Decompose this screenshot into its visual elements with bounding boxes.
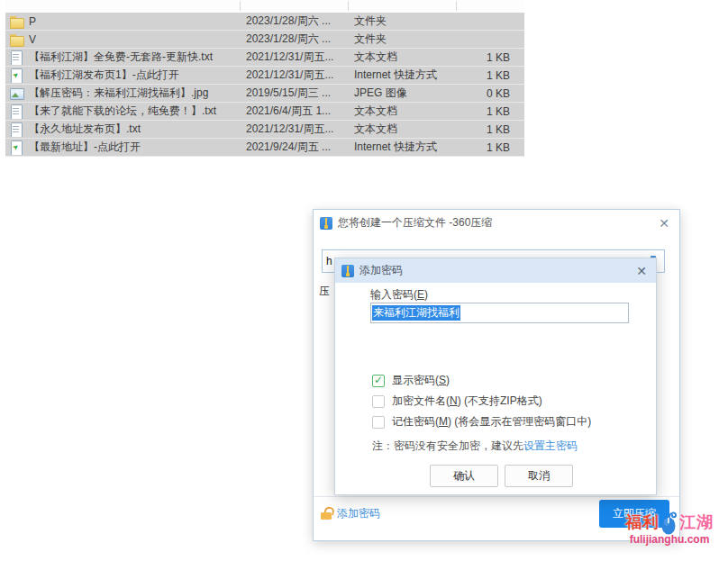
file-name: P bbox=[29, 15, 36, 28]
checkbox-row: 加密文件名(N) (不支持ZIP格式) bbox=[372, 391, 591, 412]
folder-icon bbox=[9, 14, 23, 29]
file-type: 文件夹 bbox=[348, 32, 456, 47]
clipped-label-fragment: 压 bbox=[319, 284, 330, 299]
file-date: 2021/6/4/周五 1... bbox=[240, 104, 348, 119]
file-name-cell: 【福利江湖发布页1】-点此打开 bbox=[5, 68, 240, 83]
add-password-link[interactable]: 添加密码 bbox=[321, 502, 380, 524]
password-options: 显示密码(S) 加密文件名(N) (不支持ZIP格式) 记住密码(M) (将会显… bbox=[372, 370, 591, 432]
column-divider bbox=[240, 1, 241, 11]
file-list: P 2023/1/28/周六 ... 文件夹 V 2023/1/28/周六 ..… bbox=[5, 13, 524, 157]
file-size: 1 KB bbox=[456, 123, 524, 136]
file-type: Internet 快捷方式 bbox=[348, 140, 456, 155]
set-master-password-link[interactable]: 设置主密码 bbox=[523, 439, 578, 452]
password-input-label: 输入密码(E) bbox=[370, 287, 428, 303]
checkbox-row: 记住密码(M) (将会显示在管理密码窗口中) bbox=[372, 412, 591, 432]
internet-shortcut-icon bbox=[9, 140, 23, 155]
file-date: 2019/5/15/周三 ... bbox=[240, 86, 348, 101]
checkbox[interactable] bbox=[372, 375, 385, 387]
file-size: 1 KB bbox=[456, 141, 524, 154]
file-type: 文件夹 bbox=[348, 14, 456, 29]
file-date: 2021/12/31/周五... bbox=[240, 68, 348, 83]
add-password-dialog: 添加密码 ✕ 输入密码(E) 来福利江湖找福利 显示密码(S) 加密文件名(N)… bbox=[334, 258, 657, 495]
checkbox-label: 加密文件名(N) (不支持ZIP格式) bbox=[392, 394, 542, 409]
file-type: 文本文档 bbox=[348, 104, 456, 119]
file-row[interactable]: P 2023/1/28/周六 ... 文件夹 bbox=[5, 13, 524, 31]
zip-archive-icon bbox=[341, 265, 354, 277]
file-type: JPEG 图像 bbox=[348, 86, 456, 101]
file-name: 【福利江湖】全免费-无套路-更新快.txt bbox=[29, 50, 213, 65]
text-document-icon bbox=[9, 104, 23, 119]
file-size: 0 KB bbox=[456, 87, 524, 100]
create-archive-titlebar[interactable]: 您将创建一个压缩文件 -360压缩 ✕ bbox=[314, 210, 679, 236]
file-row[interactable]: 【最新地址】-点此打开 2021/9/24/周五 ... Internet 快捷… bbox=[5, 139, 524, 157]
dialog-title: 您将创建一个压缩文件 -360压缩 bbox=[338, 215, 492, 231]
file-name: 【永久地址发布页】.txt bbox=[29, 122, 141, 137]
file-name: 【最新地址】-点此打开 bbox=[29, 140, 141, 155]
file-size: 1 KB bbox=[456, 105, 524, 118]
filename-fragment: h bbox=[326, 255, 332, 267]
file-size: 1 KB bbox=[456, 69, 524, 82]
file-name: 【解压密码：来福利江湖找福利】.jpg bbox=[29, 86, 208, 101]
screen: P 2023/1/28/周六 ... 文件夹 V 2023/1/28/周六 ..… bbox=[0, 0, 728, 561]
file-name-cell: V bbox=[5, 32, 240, 47]
column-divider bbox=[456, 1, 457, 11]
site-watermark: 福利 江湖 fulijianghu.com bbox=[625, 510, 714, 546]
dialog-title: 添加密码 bbox=[359, 263, 403, 278]
file-size: 1 KB bbox=[456, 51, 524, 64]
zip-archive-icon bbox=[320, 217, 332, 230]
checkbox[interactable] bbox=[372, 395, 385, 408]
file-date: 2021/12/31/周五... bbox=[240, 50, 348, 65]
confirm-button[interactable]: 确认 bbox=[430, 465, 498, 487]
text-document-icon bbox=[9, 50, 23, 65]
file-name: 【福利江湖发布页1】-点此打开 bbox=[29, 68, 179, 83]
checkbox[interactable] bbox=[372, 416, 385, 429]
internet-shortcut-icon bbox=[9, 68, 23, 83]
padlock-open-icon bbox=[321, 507, 332, 520]
file-type: 文本文档 bbox=[348, 122, 456, 137]
checkbox-label: 记住密码(M) (将会显示在管理密码窗口中) bbox=[392, 414, 591, 430]
text-document-icon bbox=[9, 122, 23, 137]
file-name-cell: 【来了就能下载的论坛，纯免费！】.txt bbox=[5, 104, 240, 119]
file-date: 2023/1/28/周六 ... bbox=[240, 14, 348, 29]
file-name-cell: P bbox=[5, 14, 240, 29]
file-type: Internet 快捷方式 bbox=[348, 68, 456, 83]
file-name: V bbox=[29, 33, 36, 46]
computer-mouse-icon bbox=[660, 510, 679, 535]
file-name-cell: 【永久地址发布页】.txt bbox=[5, 122, 240, 137]
close-icon[interactable]: ✕ bbox=[634, 264, 649, 278]
image-file-icon bbox=[9, 86, 23, 101]
file-date: 2023/1/28/周六 ... bbox=[240, 32, 348, 47]
file-type: 文本文档 bbox=[348, 50, 456, 65]
watermark-site-url: fulijianghu.com bbox=[625, 533, 714, 546]
column-divider bbox=[348, 1, 349, 11]
file-list-header-strip bbox=[5, 0, 524, 12]
file-name-cell: 【解压密码：来福利江湖找福利】.jpg bbox=[5, 86, 240, 101]
checkbox-row: 显示密码(S) bbox=[372, 370, 591, 391]
file-row[interactable]: 【解压密码：来福利江湖找福利】.jpg 2019/5/15/周三 ... JPE… bbox=[5, 85, 524, 103]
watermark-logo: 福利 江湖 bbox=[625, 510, 714, 535]
selected-password-text: 来福利江湖找福利 bbox=[372, 305, 460, 321]
close-icon[interactable]: ✕ bbox=[657, 216, 671, 231]
password-note: 注：密码没有安全加密，建议先设置主密码 bbox=[372, 439, 578, 454]
file-date: 2021/9/24/周五 ... bbox=[240, 140, 348, 155]
file-name-cell: 【福利江湖】全免费-无套路-更新快.txt bbox=[5, 50, 240, 65]
password-input[interactable]: 来福利江湖找福利 bbox=[370, 303, 629, 323]
file-date: 2021/12/31/周五... bbox=[240, 122, 348, 137]
footer-separator bbox=[314, 496, 679, 497]
file-row[interactable]: 【福利江湖发布页1】-点此打开 2021/12/31/周五... Interne… bbox=[5, 67, 524, 85]
checkbox-label: 显示密码(S) bbox=[392, 373, 450, 388]
cancel-button[interactable]: 取消 bbox=[505, 465, 573, 487]
file-row[interactable]: 【来了就能下载的论坛，纯免费！】.txt 2021/6/4/周五 1... 文本… bbox=[5, 103, 524, 121]
folder-icon bbox=[9, 32, 23, 47]
file-row[interactable]: 【福利江湖】全免费-无套路-更新快.txt 2021/12/31/周五... 文… bbox=[5, 49, 524, 67]
file-row[interactable]: 【永久地址发布页】.txt 2021/12/31/周五... 文本文档 1 KB bbox=[5, 121, 524, 139]
file-row[interactable]: V 2023/1/28/周六 ... 文件夹 bbox=[5, 31, 524, 49]
add-password-titlebar[interactable]: 添加密码 ✕ bbox=[335, 258, 656, 283]
file-name: 【来了就能下载的论坛，纯免费！】.txt bbox=[29, 104, 216, 119]
file-name-cell: 【最新地址】-点此打开 bbox=[5, 140, 240, 155]
